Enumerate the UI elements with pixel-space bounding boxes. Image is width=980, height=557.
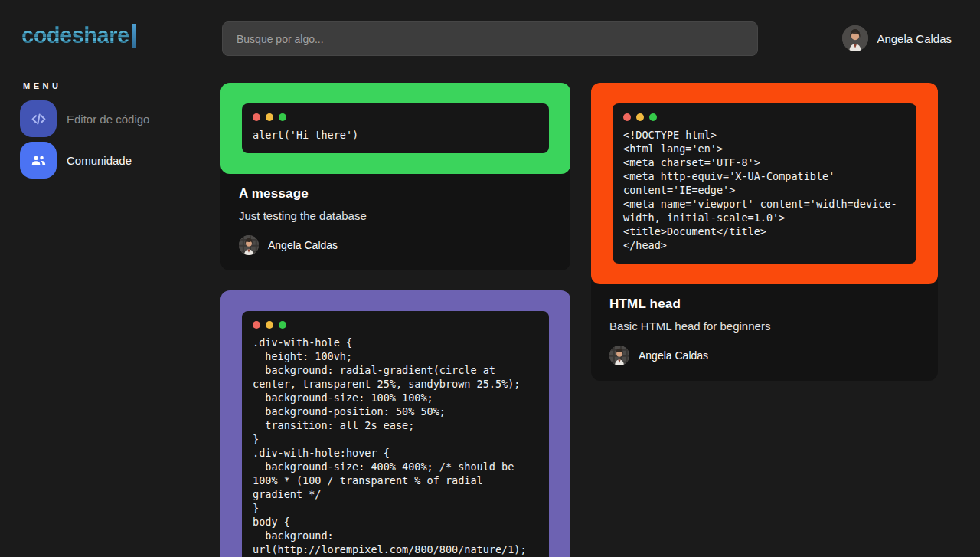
author-name: Angela Caldas bbox=[268, 239, 338, 251]
snippet-author: Angela Caldas bbox=[609, 346, 920, 365]
code-snippet: .div-with-hole { height: 100vh; backgrou… bbox=[253, 336, 538, 557]
snippet-card-html-head[interactable]: <!DOCTYPE html> <html lang='en'> <meta c… bbox=[591, 83, 938, 381]
window-dot-yellow-icon bbox=[266, 113, 273, 121]
snippet-preview: alert('Hi there') bbox=[220, 83, 570, 174]
user-name: Angela Caldas bbox=[877, 32, 952, 45]
window-dot-green-icon bbox=[279, 321, 286, 329]
menu-section-label: MENU bbox=[23, 81, 199, 90]
window-dot-green-icon bbox=[279, 113, 286, 121]
author-name: Angela Caldas bbox=[639, 349, 708, 362]
users-icon bbox=[20, 142, 57, 179]
window-dot-red-icon bbox=[253, 321, 260, 329]
window-dot-yellow-icon bbox=[636, 113, 644, 121]
search-input[interactable] bbox=[222, 21, 758, 56]
grid-column-left: alert('Hi there') A message Just testing… bbox=[220, 83, 570, 557]
sidebar-item-code-editor[interactable]: Editor de código bbox=[20, 100, 199, 137]
grid-column-right: <!DOCTYPE html> <html lang='en'> <meta c… bbox=[591, 83, 938, 381]
window-controls bbox=[253, 321, 538, 329]
snippet-preview: <!DOCTYPE html> <html lang='en'> <meta c… bbox=[591, 83, 938, 284]
snippet-author: Angela Caldas bbox=[239, 235, 552, 255]
sidebar: codeshare MENU Editor de código bbox=[0, 0, 199, 557]
window-dot-red-icon bbox=[623, 113, 631, 121]
search-bar bbox=[222, 21, 758, 56]
logo-text: codeshare bbox=[21, 23, 129, 48]
code-window: alert('Hi there') bbox=[242, 103, 549, 153]
snippet-card-a-message[interactable]: alert('Hi there') A message Just testing… bbox=[220, 83, 570, 270]
snippet-title: HTML head bbox=[609, 297, 920, 312]
code-window: <!DOCTYPE html> <html lang='en'> <meta c… bbox=[612, 103, 916, 264]
snippets-grid: alert('Hi there') A message Just testing… bbox=[220, 83, 938, 557]
author-avatar-icon bbox=[609, 346, 629, 365]
window-controls bbox=[623, 113, 906, 121]
sidebar-item-label: Comunidade bbox=[67, 154, 132, 167]
snippet-preview: .div-with-hole { height: 100vh; backgrou… bbox=[220, 290, 570, 557]
window-dot-yellow-icon bbox=[266, 321, 273, 329]
code-snippet: <!DOCTYPE html> <html lang='en'> <meta c… bbox=[623, 128, 906, 252]
text-cursor-icon bbox=[132, 24, 136, 48]
snippet-description: Basic HTML head for beginners bbox=[609, 319, 920, 333]
author-avatar-icon bbox=[239, 235, 259, 255]
window-dot-green-icon bbox=[649, 113, 657, 121]
window-controls bbox=[253, 113, 538, 121]
user-avatar-icon bbox=[842, 25, 868, 51]
window-dot-red-icon bbox=[253, 113, 260, 121]
code-snippet: alert('Hi there') bbox=[253, 128, 538, 142]
snippet-info: A message Just testing the database bbox=[220, 174, 570, 270]
snippet-description: Just testing the database bbox=[239, 209, 552, 222]
code-window: .div-with-hole { height: 100vh; backgrou… bbox=[242, 311, 549, 557]
snippet-info: HTML head Basic HTML head for beginners bbox=[591, 284, 938, 381]
app-logo[interactable]: codeshare bbox=[21, 23, 199, 48]
sidebar-menu: Editor de código Comunidade bbox=[20, 100, 199, 179]
code-icon bbox=[20, 100, 57, 137]
sidebar-item-community[interactable]: Comunidade bbox=[20, 142, 199, 179]
sidebar-item-label: Editor de código bbox=[67, 113, 149, 126]
user-menu[interactable]: Angela Caldas bbox=[842, 25, 952, 51]
snippet-title: A message bbox=[239, 186, 552, 202]
snippet-card-css-hole[interactable]: .div-with-hole { height: 100vh; backgrou… bbox=[220, 290, 570, 557]
